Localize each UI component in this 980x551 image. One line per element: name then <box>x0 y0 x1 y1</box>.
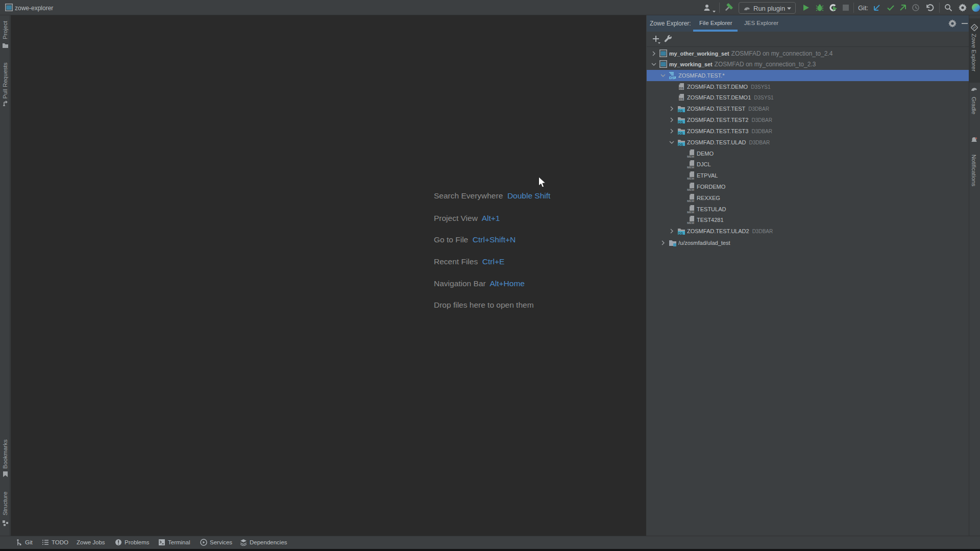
svg-text:MEM: MEM <box>687 188 694 191</box>
svg-text:DS: DS <box>678 143 683 146</box>
svg-text:MEM: MEM <box>687 221 694 224</box>
svg-text:DS: DS <box>678 132 683 135</box>
svg-text:MEM: MEM <box>687 155 694 158</box>
svg-text:MEM: MEM <box>687 211 694 213</box>
svg-text:MEM: MEM <box>687 199 694 202</box>
svg-text:DS: DS <box>678 232 683 235</box>
svg-text:DS: DS <box>679 86 684 90</box>
svg-text:DS: DS <box>678 120 683 124</box>
svg-text:MEM: MEM <box>687 166 694 168</box>
svg-text:DS: DS <box>678 109 683 113</box>
svg-text:DS: DS <box>679 97 684 101</box>
svg-text:MEM: MEM <box>687 177 694 180</box>
svg-text:DS: DS <box>669 76 675 80</box>
